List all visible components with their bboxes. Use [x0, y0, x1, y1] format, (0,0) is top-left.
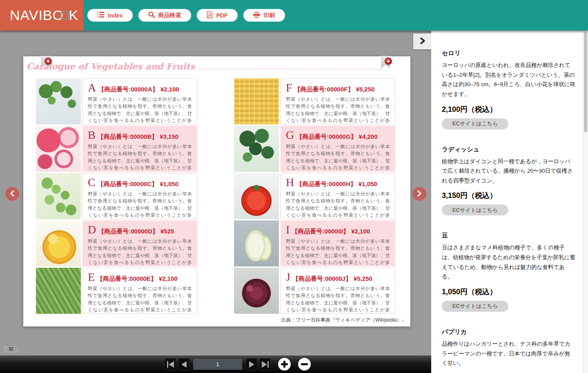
item-description: 植物学上はダイコンと同一種であるが，ヨーロッパで広く栽培されている。播種から 2… [442, 157, 576, 186]
item-description: ヨーロッパの原産といわれ、改良品種が栽培されている1–2年草[2]。別名をオラン… [442, 60, 576, 99]
pdf-file-icon [207, 11, 213, 20]
product-price: ¥1,050 [160, 180, 178, 187]
product-card: E 【商品番号:00000E】 ¥2,100 野菜（やさい）とは、一般には水分が… [36, 268, 197, 314]
product-description: 野菜（やさい）とは、一般には水分が多い草本性で食用となる植物を指す。青物ともいう… [286, 143, 390, 172]
source-note: 出典：フリー百科事典『ウィキペディア（Wikipedia）』 [281, 317, 406, 324]
app-header: NAVIBOOK Index 商品検索 PDF 印刷 [0, 0, 588, 31]
bottom-toolbar: 1 [0, 355, 431, 373]
product-letter: I [286, 224, 290, 235]
chevron-left-icon [10, 190, 15, 198]
product-code: 【商品番号:00000J】 [292, 275, 352, 283]
product-description: 野菜（やさい）とは、一般には水分が多い草本性で食用となる植物を指す。青物ともいう… [88, 143, 192, 172]
product-code: 【商品番号:00000D】 [98, 228, 158, 235]
sidebar-content: セロリ ヨーロッパの原産といわれ、改良品種が栽培されている1–2年草[2]。別名… [431, 31, 588, 373]
product-letter: E [88, 271, 95, 283]
product-price: ¥525 [160, 228, 174, 235]
product-card: G 【商品番号:00000G】 ¥4,200 野菜（やさい）とは、一般には水分が… [234, 126, 395, 172]
product-photo-asparagus [36, 268, 81, 314]
product-photo-red-cabbage [234, 268, 279, 314]
header-nav: Index 商品検索 PDF 印刷 [87, 0, 285, 31]
product-letter: H [286, 177, 294, 188]
item-description: 豆はさまざまなマメ科植物の種子で、多くの種子は、幼植物が発芽するための栄養分を子… [442, 243, 576, 282]
index-button-label: Index [108, 12, 123, 19]
product-card: I 【商品番号:00000I】 ¥2,100 野菜（やさい）とは、一般には水分が… [234, 220, 395, 266]
add-bookmark-left-button[interactable] [45, 58, 52, 65]
title-dotted-rule [200, 69, 383, 69]
first-page-button[interactable] [165, 358, 176, 370]
product-code: 【商品番号:00000G】 [296, 133, 356, 141]
pdf-button[interactable]: PDF [197, 9, 238, 22]
list-icon [97, 12, 104, 19]
product-code: 【商品番号:00000A】 [98, 86, 158, 93]
product-letter: C [88, 177, 96, 188]
product-letter: A [88, 82, 96, 93]
last-page-button[interactable] [259, 358, 271, 370]
product-search-button[interactable]: 商品検索 [138, 9, 191, 22]
product-code: 【商品番号:00000E】 [97, 275, 157, 283]
bookmark-left [41, 56, 53, 69]
item-title: 豆 [442, 232, 576, 240]
product-photo-endive [234, 220, 279, 266]
product-price: ¥1,050 [359, 180, 377, 187]
printer-icon [253, 12, 260, 19]
product-letter: D [88, 224, 96, 235]
item-price: 1,050円（税込） [442, 287, 576, 297]
item-price: 3,150円（税込） [442, 191, 576, 200]
bookmark-right [381, 56, 393, 69]
product-card: C 【商品番号:00000C】 ¥1,050 野菜（やさい）とは、一般には水分が… [36, 173, 197, 219]
product-search-label: 商品検索 [158, 12, 181, 19]
sidebar-item-radish: ラディッシュ 植物学上はダイコンと同一種であるが，ヨーロッパで広く栽培されている… [442, 146, 576, 216]
product-letter: J [286, 271, 290, 283]
navibook-app: NAVIBOOK Index 商品検索 PDF 印刷 Cat [0, 0, 588, 373]
add-bookmark-right-button[interactable] [385, 58, 392, 65]
next-triangle-icon [249, 361, 254, 368]
page-title-row: Catalogue of Vegetables and Fruits [27, 61, 383, 71]
product-letter: F [286, 82, 292, 93]
prev-page-arrow-button[interactable] [5, 187, 19, 201]
page-number-input[interactable]: 1 [193, 359, 242, 370]
product-photo-yellow-pepper [36, 220, 81, 266]
search-icon [148, 11, 155, 19]
previous-page-button[interactable] [178, 358, 189, 370]
product-description: 野菜（やさい）とは、一般には水分が多い草本性で食用となる植物を指す。青物ともいう… [88, 191, 192, 219]
sidebar-scrollbar[interactable] [583, 31, 588, 373]
ec-site-button[interactable]: ECサイトはこちら [442, 204, 508, 215]
print-button[interactable]: 印刷 [243, 9, 285, 22]
sidebar-toggle-button[interactable] [413, 33, 431, 49]
product-card: B 【商品番号:00000B】 ¥3,150 野菜（やさい）とは、一般には水分が… [36, 126, 197, 172]
product-photo-celery [36, 78, 81, 124]
scrollbar-thumb[interactable] [584, 32, 587, 132]
product-card: F 【商品番号:00000F】 ¥5,250 野菜（やさい）とは、一般には水分が… [234, 78, 395, 124]
item-title: ラディッシュ [442, 146, 576, 153]
page-nav-controls: 1 [165, 358, 271, 370]
next-page-arrow-button[interactable] [412, 187, 426, 201]
product-description: 野菜（やさい）とは、一般には水分が多い草本性で食用となる植物を指す。青物ともいう… [88, 285, 192, 314]
navibook-logo[interactable]: NAVIBOOK [0, 0, 83, 31]
ec-site-button[interactable]: ECサイトはこちら [442, 118, 508, 129]
last-page-icon [267, 361, 269, 368]
catalog-page: Catalogue of Vegetables and Fruits A 【商品… [23, 56, 410, 326]
item-description: 品種作りはハンガリーとされ、ナス科の多年草でカラーピーマンの一種です。日本では肉… [442, 339, 576, 368]
product-letter: G [286, 129, 294, 141]
product-price: ¥4,200 [359, 133, 378, 140]
next-page-button[interactable] [246, 358, 257, 370]
sidebar-item-beans: 豆 豆はさまざまなマメ科植物の種子で、多くの種子は、幼植物が発芽するための栄養分… [442, 232, 576, 312]
index-button[interactable]: Index [87, 9, 133, 22]
product-description: 野菜（やさい）とは、一般には水分が多い草本性で食用となる植物を指す。青物ともいう… [286, 285, 390, 314]
zoom-in-button[interactable] [278, 358, 291, 371]
ec-site-button[interactable]: ECサイトはこちら [442, 301, 508, 312]
product-card: A 【商品番号:00000A】 ¥2,100 野菜（やさい）とは、一般には水分が… [36, 78, 197, 124]
product-code: 【商品番号:00000F】 [294, 86, 354, 93]
collapse-toolbar-button[interactable] [3, 346, 19, 353]
product-grid: A 【商品番号:00000A】 ¥2,100 野菜（やさい）とは、一般には水分が… [36, 78, 395, 314]
item-title: セロリ [442, 49, 576, 57]
product-description: 野菜（やさい）とは、一般には水分が多い草本性で食用となる植物を指す。青物ともいう… [286, 191, 390, 219]
logo-text: NAVIBO [10, 7, 64, 23]
zoom-out-button[interactable] [298, 358, 311, 371]
product-photo-broccoli [234, 126, 279, 172]
product-price: ¥3,150 [160, 133, 178, 140]
product-code: 【商品番号:00000H】 [296, 180, 356, 188]
product-card: J 【商品番号:00000J】 ¥5,250 野菜（やさい）とは、一般には水分が… [234, 268, 395, 314]
chevron-right-icon [419, 37, 425, 46]
product-price: ¥5,250 [354, 275, 372, 282]
